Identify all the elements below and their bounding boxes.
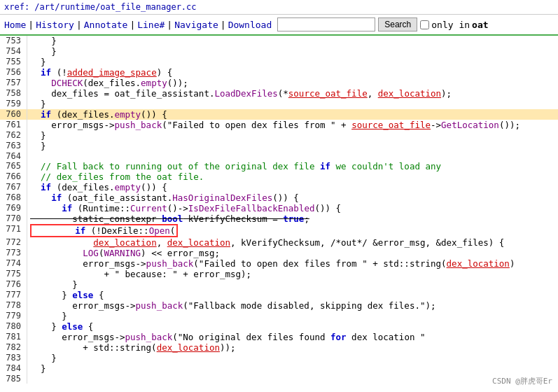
- table-row: 784 }: [0, 363, 558, 374]
- line-number: 765: [0, 161, 27, 172]
- line-content: static_constexpr bool kVerifyChecksum = …: [27, 214, 558, 224]
- table-row: 774 error_msgs->push_back("Failed to ope…: [0, 258, 558, 269]
- line-number: 780: [0, 321, 27, 332]
- line-number: 781: [0, 332, 27, 342]
- table-row: 783 }: [0, 353, 558, 363]
- only-in-oat-container: only in oat: [420, 20, 488, 30]
- line-number: 757: [0, 78, 27, 88]
- line-number: 756: [0, 67, 27, 78]
- table-row: 778 error_msgs->push_back("Fallback mode…: [0, 300, 558, 311]
- line-content: error_msgs->push_back("Failed to open de…: [27, 120, 558, 130]
- nav-home[interactable]: Home: [4, 20, 26, 30]
- line-number: 762: [0, 130, 27, 141]
- nav-annotate[interactable]: Annotate: [84, 20, 128, 30]
- line-number: 785: [0, 374, 27, 384]
- line-content: }: [27, 36, 558, 46]
- line-number: 775: [0, 269, 27, 279]
- line-content: if (!added_image_space) {: [27, 67, 558, 78]
- line-number: 770: [0, 214, 27, 224]
- line-number: 753: [0, 36, 27, 46]
- line-number: 754: [0, 46, 27, 57]
- title-text: xref: /art/runtime/oat_file_manager.cc: [4, 2, 197, 12]
- table-row: 770 static_constexpr bool kVerifyChecksu…: [0, 214, 558, 224]
- line-content: }: [27, 353, 558, 363]
- line-content: error_msgs->push_back("Failed to open de…: [27, 258, 558, 269]
- line-number: 768: [0, 192, 27, 203]
- nav-history[interactable]: History: [36, 20, 74, 30]
- line-content: [27, 374, 558, 384]
- line-number: 764: [0, 151, 27, 161]
- table-row: 767 if (dex_files.empty()) {: [0, 182, 558, 192]
- line-content: }: [27, 130, 558, 141]
- table-row: 775 + " because: " + error_msg);: [0, 269, 558, 279]
- only-in-label: only in: [431, 20, 470, 30]
- code-area[interactable]: 753 }754 }755 }756 if (!added_image_spac…: [0, 36, 558, 384]
- search-button[interactable]: Search: [378, 18, 417, 31]
- line-content: if (oat_file_assistant.HasOriginalDexFil…: [27, 192, 558, 203]
- table-row: 760 if (dex_files.empty()) {: [0, 109, 558, 120]
- line-number: 774: [0, 258, 27, 269]
- line-content: if (dex_files.empty()) {: [27, 109, 558, 120]
- nav-download[interactable]: Download: [228, 20, 272, 30]
- table-row: 756 if (!added_image_space) {: [0, 67, 558, 78]
- line-content: error_msgs->push_back("No original dex f…: [27, 332, 558, 342]
- line-number: 759: [0, 99, 27, 109]
- table-row: 765 // Fall back to running out of the o…: [0, 161, 558, 172]
- table-row: 779 }: [0, 311, 558, 321]
- line-number: 782: [0, 342, 27, 353]
- line-number: 783: [0, 353, 27, 363]
- line-number: 776: [0, 279, 27, 290]
- search-input[interactable]: [277, 18, 375, 31]
- table-row: 766 // dex_files from the oat file.: [0, 172, 558, 182]
- table-row: 754 }: [0, 46, 558, 57]
- line-number: 767: [0, 182, 27, 192]
- line-content: // Fall back to running out of the origi…: [27, 161, 558, 172]
- line-content: + " because: " + error_msg);: [27, 269, 558, 279]
- oat-label: oat: [472, 20, 488, 30]
- line-content: + std::string(dex_location));: [27, 342, 558, 353]
- line-number: 777: [0, 290, 27, 300]
- code-table: 753 }754 }755 }756 if (!added_image_spac…: [0, 36, 558, 384]
- table-row: 776 }: [0, 279, 558, 290]
- line-content: }: [27, 363, 558, 374]
- nav-navigate[interactable]: Navigate: [174, 20, 218, 30]
- line-content: // dex_files from the oat file.: [27, 172, 558, 182]
- line-number: 773: [0, 248, 27, 258]
- line-content: if (Runtime::Current()->IsDexFileFallbac…: [27, 203, 558, 214]
- line-number: 760: [0, 109, 27, 120]
- line-content: DCHECK(dex_files.empty());: [27, 78, 558, 88]
- table-row: 757 DCHECK(dex_files.empty());: [0, 78, 558, 88]
- line-number: 771: [0, 224, 27, 237]
- line-content: [27, 151, 558, 161]
- line-number: 769: [0, 203, 27, 214]
- table-row: 755 }: [0, 57, 558, 67]
- line-content: error_msgs->push_back("Fallback mode dis…: [27, 300, 558, 311]
- table-row: 771 if (!DexFile::Open(: [0, 224, 558, 237]
- table-row: 753 }: [0, 36, 558, 46]
- line-content: }: [27, 46, 558, 57]
- line-number: 772: [0, 237, 27, 248]
- table-row: 772 dex_location, dex_location, kVerifyC…: [0, 237, 558, 248]
- table-row: 764: [0, 151, 558, 161]
- table-row: 768 if (oat_file_assistant.HasOriginalDe…: [0, 192, 558, 203]
- table-row: 781 error_msgs->push_back("No original d…: [0, 332, 558, 342]
- line-content: }: [27, 279, 558, 290]
- table-row: 785: [0, 374, 558, 384]
- table-row: 758 dex_files = oat_file_assistant.LoadD…: [0, 88, 558, 99]
- watermark: CSDN @胖虎哥Er: [492, 376, 552, 386]
- line-number: 763: [0, 141, 27, 151]
- line-content: } else {: [27, 290, 558, 300]
- line-content: if (!DexFile::Open(: [27, 224, 558, 237]
- table-row: 761 error_msgs->push_back("Failed to ope…: [0, 120, 558, 130]
- line-content: } else {: [27, 321, 558, 332]
- line-content: dex_location, dex_location, kVerifyCheck…: [27, 237, 558, 248]
- table-row: 769 if (Runtime::Current()->IsDexFileFal…: [0, 203, 558, 214]
- nav-line[interactable]: Line#: [137, 20, 165, 30]
- nav-bar: Home | History | Annotate | Line# | Navi…: [0, 15, 558, 36]
- only-in-oat-checkbox[interactable]: [420, 20, 429, 29]
- line-content: dex_files = oat_file_assistant.LoadDexFi…: [27, 88, 558, 99]
- line-number: 761: [0, 120, 27, 130]
- table-row: 780 } else {: [0, 321, 558, 332]
- line-content: if (dex_files.empty()) {: [27, 182, 558, 192]
- title-bar: xref: /art/runtime/oat_file_manager.cc: [0, 0, 558, 15]
